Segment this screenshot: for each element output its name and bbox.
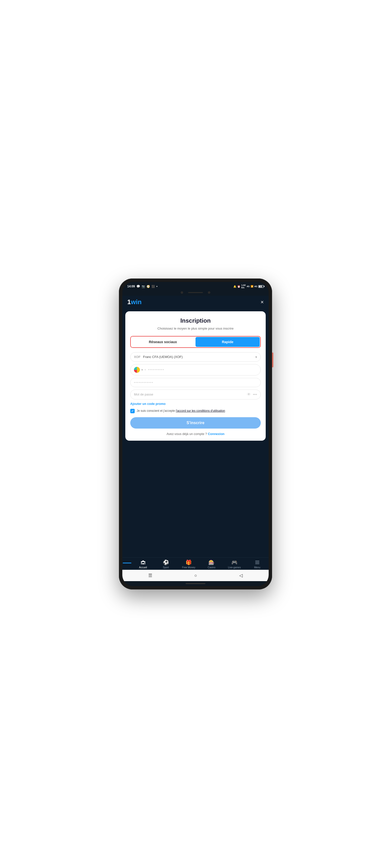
currency-name: Franc CFA (UEMOA) (XOF) [143, 355, 255, 359]
nav-item-accueil[interactable]: Accueil [136, 559, 150, 569]
dots-icon[interactable]: ••• [253, 392, 257, 397]
android-home-btn[interactable]: ○ [195, 573, 197, 578]
bottom-navigation: Accueil ⚽ Sport 🎁 Free Money 🎰 Casino 🎮 … [122, 557, 269, 570]
phone-field[interactable]: ▾ + •••••••••• [130, 364, 261, 375]
volume-button [272, 352, 273, 367]
email-blurred-text: •••••••••••• [134, 381, 153, 384]
phone-device: 14:09 💬 📷 🧭 ⬛ • 🔔 ⏰ 1.62k/s 4G 📶 4G [119, 278, 272, 590]
signal-4g-2: 4G [254, 285, 257, 288]
password-field[interactable]: Mot de passe 👁 ••• [130, 390, 261, 399]
svg-rect-3 [142, 563, 144, 565]
battery-indicator: 40 [258, 285, 264, 288]
nav-item-casino[interactable]: 🎰 Casino [205, 559, 218, 569]
android-back-btn[interactable]: ◁ [239, 573, 243, 578]
svg-rect-2 [144, 562, 145, 564]
compass-icon: 🧭 [146, 285, 150, 288]
terms-link[interactable]: l'accord sur les conditions d'utilisatio… [176, 409, 225, 412]
nav-label-live-games: Live-games [228, 566, 241, 569]
camera-icon: 📷 [142, 285, 145, 288]
live-games-nav-icon: 🎮 [231, 559, 238, 566]
speaker-grille [188, 292, 203, 293]
signal-bars: 📶 [251, 285, 253, 288]
modal-subtitle: Choisissez le moyen le plus simple pour … [130, 326, 261, 331]
casino-nav-icon: 🎰 [208, 559, 215, 566]
registration-modal: Inscription Choisissez le moyen le plus … [125, 311, 266, 441]
nav-item-sport[interactable]: ⚽ Sport [159, 559, 173, 569]
flag-icon [134, 367, 140, 373]
currency-selector[interactable]: XOF Franc CFA (UEMOA) (XOF) ▾ [130, 352, 261, 362]
camera-dot-right [208, 291, 210, 294]
speed-indicator: 1.62k/s [241, 284, 246, 289]
menu-nav-icon [254, 559, 260, 566]
whatsapp-icon: 💬 [136, 285, 140, 288]
eye-icon[interactable]: 👁 [247, 392, 251, 397]
square-icon: ⬛ [151, 285, 155, 288]
bell-icon: 🔔 [233, 285, 236, 288]
time-display: 14:09 [127, 285, 135, 288]
terms-checkbox[interactable]: ✓ [130, 409, 135, 413]
terms-row: ✓ Je suis conscient et j'accepte l'accor… [130, 409, 261, 413]
login-link[interactable]: Connexion [208, 432, 224, 436]
login-row: Avez-vous déjà un compte ? Connexion [130, 432, 261, 436]
email-field[interactable]: •••••••••••• [130, 378, 261, 387]
tab-social-networks[interactable]: Réseaux sociaux [131, 337, 195, 347]
android-menu-btn[interactable]: ☰ [148, 573, 152, 578]
home-nav-icon [140, 559, 146, 566]
nav-item-menu[interactable]: Menu [250, 559, 264, 569]
registration-tabs: Réseaux sociaux Rapide [130, 336, 261, 348]
app-logo: 1win [127, 298, 142, 306]
tab-quick[interactable]: Rapide [196, 337, 260, 347]
signal-4g: 4G [247, 285, 250, 288]
nav-item-free-money[interactable]: 🎁 Free Money [182, 559, 196, 569]
svg-rect-1 [141, 562, 142, 564]
svg-rect-7 [255, 564, 259, 564]
android-navigation-bar: ☰ ○ ◁ [122, 570, 269, 581]
app-content: Inscription Choisissez le moyen le plus … [122, 308, 269, 557]
active-nav-indicator [122, 563, 131, 563]
app-header: 1win × [122, 296, 269, 308]
modal-title: Inscription [130, 317, 261, 324]
login-prompt: Avez-vous déjà un compte ? [167, 432, 207, 436]
nav-label-casino: Casino [207, 566, 215, 569]
password-placeholder: Mot de passe [134, 393, 247, 396]
status-bar: 14:09 💬 📷 🧭 ⬛ • 🔔 ⏰ 1.62k/s 4G 📶 4G [122, 282, 269, 290]
promo-code-link[interactable]: Ajouter un code promo [130, 402, 261, 406]
currency-code: XOF [134, 355, 141, 359]
nav-label-menu: Menu [254, 566, 260, 569]
free-money-nav-icon: 🎁 [185, 559, 192, 566]
camera-dot-left [181, 291, 183, 294]
svg-marker-4 [141, 560, 145, 562]
svg-rect-5 [255, 561, 259, 561]
flag-chevron-icon: ▾ [141, 368, 143, 372]
svg-rect-6 [255, 562, 259, 563]
nav-label-free-money: Free Money [182, 566, 195, 569]
alarm-icon: ⏰ [237, 285, 240, 288]
register-button[interactable]: S'inscrire [130, 417, 261, 429]
phone-input[interactable]: + •••••••••• [144, 368, 257, 372]
camera-area [122, 290, 269, 296]
dot-indicator: • [157, 285, 158, 288]
phone-screen: 14:09 💬 📷 🧭 ⬛ • 🔔 ⏰ 1.62k/s 4G 📶 4G [122, 282, 269, 586]
nav-item-live-games[interactable]: 🎮 Live-games [228, 559, 241, 569]
bottom-indicator [122, 581, 269, 586]
sport-nav-icon: ⚽ [163, 559, 169, 566]
close-button[interactable]: × [260, 300, 264, 305]
chevron-down-icon: ▾ [255, 355, 257, 359]
terms-text: Je suis conscient et j'accepte l'accord … [137, 409, 225, 413]
bottom-swipe-bar [186, 583, 205, 584]
nav-label-accueil: Accueil [139, 566, 147, 569]
nav-label-sport: Sport [163, 566, 169, 569]
